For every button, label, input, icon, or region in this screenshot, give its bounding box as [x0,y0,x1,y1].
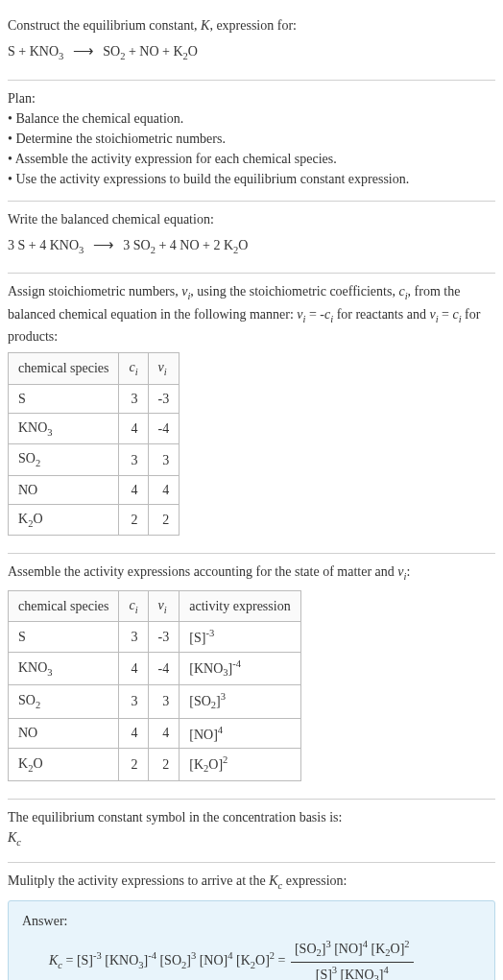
stoich-section: Assign stoichiometric numbers, νi, using… [8,274,495,554]
table-row: KNO34-4[KNO3]-4 [9,653,301,685]
plan-heading: Plan: [8,88,495,108]
cell-ci: 4 [119,413,148,444]
cell-ci: 4 [119,718,148,749]
activity-intro: Assemble the activity expressions accoun… [8,562,495,585]
cell-nui: 4 [148,475,180,504]
answer-box: Answer: Kc = [S]-3 [KNO3]-4 [SO2]3 [NO]4… [8,900,495,980]
col-nui: νi [148,353,180,385]
cell-activity: [KNO3]-4 [180,653,300,685]
kc-symbol-text: The equilibrium constant symbol in the c… [8,807,495,827]
table-row: S3-3[S]-3 [9,622,301,653]
kc-symbol: Kc [8,827,495,850]
cell-activity: [S]-3 [180,622,300,653]
cell-species: NO [9,718,119,749]
table-row: NO44[NO]4 [9,718,301,749]
plan-list: Balance the chemical equation. Determine… [8,108,495,189]
kc-symbol-section: The equilibrium constant symbol in the c… [8,800,495,863]
cell-ci: 3 [119,685,148,718]
cell-activity: [SO2]3 [180,685,300,718]
activity-table: chemical species ci νi activity expressi… [8,590,301,781]
cell-species: KNO3 [9,413,119,444]
col-activity: activity expression [180,590,300,622]
prompt-heading: Construct the equilibrium constant, K, e… [8,15,495,36]
balanced-equation: 3 S + 4 KNO3 ⟶ 3 SO2 + 4 NO + 2 K2O [8,233,495,258]
plan-item: Determine the stoichiometric numbers. [8,129,495,149]
col-ci: ci [119,353,148,385]
unbalanced-equation: S + KNO3 ⟶ SO2 + NO + K2O [8,39,495,64]
answer-label: Answer: [22,911,481,931]
cell-ci: 4 [119,475,148,504]
cell-species: K2O [9,504,119,536]
cell-species: KNO3 [9,653,119,685]
cell-species: S [9,384,119,413]
table-row: NO44 [9,475,180,504]
cell-ci: 3 [119,622,148,653]
stoich-intro: Assign stoichiometric numbers, νi, using… [8,281,495,347]
fraction-numerator: [SO2]3 [NO]4 [K2O]2 [291,937,414,962]
table-row: K2O22 [9,504,180,536]
cell-species: SO2 [9,444,119,476]
table-row: KNO34-4 [9,413,180,444]
cell-species: K2O [9,749,119,781]
activity-section: Assemble the activity expressions accoun… [8,554,495,800]
cell-nui: -4 [148,413,180,444]
table-header-row: chemical species ci νi [9,353,180,385]
plan-item: Balance the chemical equation. [8,108,495,129]
stoich-table: chemical species ci νi S3-3 KNO34-4 SO23… [8,352,180,536]
cell-nui: 3 [148,685,180,718]
col-nui: νi [148,590,180,622]
cell-nui: -4 [148,653,180,685]
cell-nui: -3 [148,384,180,413]
cell-species: SO2 [9,685,119,718]
fraction-denominator: [S]3 [KNO3]4 [291,963,414,980]
cell-nui: 2 [148,749,180,781]
balanced-section: Write the balanced chemical equation: 3 … [8,202,495,275]
cell-ci: 4 [119,653,148,685]
multiply-section: Mulitply the activity expressions to arr… [8,863,495,980]
prompt-text-1: Construct the equilibrium constant, K, e… [8,18,297,33]
cell-ci: 3 [119,384,148,413]
cell-activity: [K2O]2 [180,749,300,781]
table-row: S3-3 [9,384,180,413]
prompt-section: Construct the equilibrium constant, K, e… [8,8,495,81]
table-row: SO233 [9,444,180,476]
plan-section: Plan: Balance the chemical equation. Det… [8,81,495,202]
cell-species: S [9,622,119,653]
answer-expression: Kc = [S]-3 [KNO3]-4 [SO2]3 [NO]4 [K2O]2 … [22,937,481,980]
cell-ci: 2 [119,749,148,781]
reaction-arrow-icon: ⟶ [73,42,94,59]
col-species: chemical species [9,590,119,622]
cell-nui: 3 [148,444,180,476]
plan-item: Use the activity expressions to build th… [8,169,495,189]
table-row: K2O22[K2O]2 [9,749,301,781]
cell-nui: 2 [148,504,180,536]
cell-nui: -3 [148,622,180,653]
answer-fraction: [SO2]3 [NO]4 [K2O]2 [S]3 [KNO3]4 [291,937,414,980]
cell-activity: [NO]4 [180,718,300,749]
cell-species: NO [9,475,119,504]
cell-ci: 2 [119,504,148,536]
balanced-heading: Write the balanced chemical equation: [8,209,495,229]
table-row: SO233[SO2]3 [9,685,301,718]
col-ci: ci [119,590,148,622]
table-header-row: chemical species ci νi activity expressi… [9,590,301,622]
reaction-arrow-icon: ⟶ [93,236,114,252]
multiply-text: Mulitply the activity expressions to arr… [8,871,495,894]
cell-nui: 4 [148,718,180,749]
col-species: chemical species [9,353,119,385]
cell-ci: 3 [119,444,148,476]
plan-item: Assemble the activity expression for eac… [8,149,495,169]
